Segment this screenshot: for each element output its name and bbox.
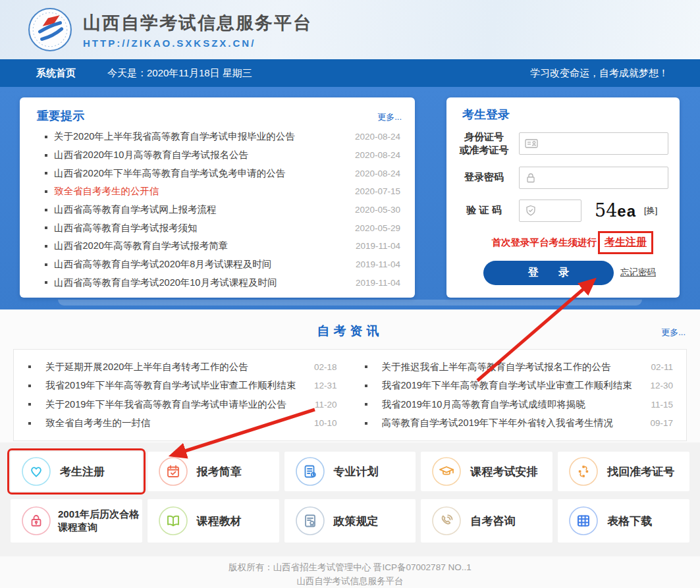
password-input[interactable] — [519, 167, 668, 189]
main-navbar: 系统首页 今天是：2020年11月18日 星期三 学习改变命运，自考成就梦想！ — [0, 59, 700, 87]
news-more-link[interactable]: 更多... — [661, 327, 686, 338]
news-date: 12-30 — [650, 381, 673, 390]
lock-icon — [21, 506, 51, 536]
notice-link[interactable]: 山西省2020年高等教育自学考试报考简章 — [54, 240, 349, 252]
table-icon — [568, 506, 599, 536]
notice-date: 2019-11-04 — [356, 278, 400, 288]
register-link[interactable]: 考生注册 — [598, 231, 653, 254]
news-link[interactable]: 关于2019年下半年我省高等教育自学考试申请毕业的公告 — [45, 398, 308, 411]
shortcut-find-ticket-number[interactable]: 找回准考证号 — [558, 452, 689, 491]
news-item: 我省2019年下半年高等教育自学考试毕业审查工作顺利结束 12-30 — [350, 379, 687, 392]
site-url: HTTP://ZIKAO.SXKSZX.CN/ — [83, 38, 312, 49]
notice-item: 山西省2020年10月高等教育自学考试报名公告 2020-08-24 — [20, 146, 415, 165]
notice-link[interactable]: 山西省高等教育自学考试网上报考流程 — [54, 203, 348, 216]
shortcut-label: 课程考试安排 — [470, 464, 537, 479]
notice-item: 山西省高等教育自学考试网上报考流程 2020-05-30 — [20, 201, 415, 219]
notice-item: 致全省自考考生的公开信 2020-07-15 — [20, 182, 415, 201]
shortcut-label: 自考咨询 — [470, 514, 515, 529]
shortcut-passed-courses-query[interactable]: 2001年后历次合格课程查询 — [11, 499, 142, 543]
notices-panel: 重要提示 更多... 关于2020年上半年我省高等教育自学考试申报毕业的公告 2… — [20, 97, 415, 298]
notice-link[interactable]: 山西省高等教育自学考试2020年10月考试课程及时间 — [54, 277, 349, 289]
shortcut-consult[interactable]: 自考咨询 — [421, 499, 552, 543]
notice-link[interactable]: 山西省2020年下半年高等教育自学考试免考申请的公告 — [54, 167, 348, 180]
captcha-input[interactable] — [519, 200, 581, 222]
bullet-icon — [45, 227, 47, 229]
site-footer: 版权所有：山西省招生考试管理中心 晋ICP备07002787 NO..1 山西自… — [0, 556, 700, 588]
password-label: 登录密码 — [454, 171, 514, 184]
news-item: 关于推迟我省上半年高等教育自学考试报名工作的公告 02-11 — [350, 361, 687, 373]
shortcut-label: 政策规定 — [334, 514, 379, 529]
notice-item: 山西省高等教育自学考试2020年8月考试课程及时间 2019-11-04 — [20, 255, 415, 274]
nav-date: 今天是：2020年11月18日 星期三 — [107, 67, 252, 80]
certificate-icon — [295, 506, 325, 536]
notice-link[interactable]: 关于2020年上半年我省高等教育自学考试申报毕业的公告 — [54, 130, 348, 143]
shortcut-label: 找回准考证号 — [607, 464, 674, 479]
flow-icon — [568, 456, 599, 487]
news-link[interactable]: 高等教育自学考试2019年下半年外省转入我省考生情况 — [382, 417, 644, 429]
notice-link-highlighted[interactable]: 致全省自考考生的公开信 — [54, 185, 348, 198]
id-input[interactable] — [519, 132, 668, 155]
phone-icon — [431, 506, 462, 536]
news-link[interactable]: 我省2019年下半年高等教育自学考试毕业审查工作顺利结束 — [382, 379, 644, 392]
login-actions: 登 录 忘记密码 — [446, 261, 680, 285]
news-title: 自考资讯 — [0, 309, 700, 340]
notice-item: 山西省高等教育自学考试2020年10月考试课程及时间 2019-11-04 — [20, 274, 415, 292]
id-label-line2: 或准考证号 — [460, 144, 509, 155]
platform-emblem-icon — [28, 7, 72, 52]
shortcut-course-textbooks[interactable]: 课程教材 — [148, 499, 279, 543]
page: 山西自学考试信息服务平台 HTTP://ZIKAO.SXKSZX.CN/ 系统首… — [0, 0, 700, 588]
lock-icon — [525, 172, 537, 184]
bullet-icon — [365, 422, 367, 425]
register-note: 首次登录平台考生须进行 — [492, 236, 597, 249]
news-column-right: 关于推迟我省上半年高等教育自学考试报名工作的公告 02-11 我省2019年下半… — [350, 358, 687, 433]
news-item: 关于延期开展2020年上半年自考转考工作的公告 02-18 — [14, 361, 350, 373]
notice-date: 2020-08-24 — [355, 132, 400, 142]
bullet-icon — [365, 365, 367, 368]
notice-date: 2020-05-29 — [355, 223, 400, 233]
news-link[interactable]: 关于推迟我省上半年高等教育自学考试报名工作的公告 — [382, 361, 645, 373]
shortcut-major-plan[interactable]: 专业计划 — [284, 452, 416, 491]
shortcut-register[interactable]: 考生注册 — [11, 452, 142, 491]
platform-name-line: 山西自学考试信息服务平台 — [0, 574, 700, 588]
notice-date: 2020-05-30 — [355, 205, 400, 215]
copyright-line: 版权所有：山西省招生考试管理中心 晋ICP备07002787 NO..1 — [0, 560, 700, 574]
bullet-icon — [45, 190, 47, 193]
nav-home-link[interactable]: 系统首页 — [36, 67, 76, 80]
news-column-left: 关于延期开展2020年上半年自考转考工作的公告 02-18 我省2019年下半年… — [14, 358, 350, 433]
notice-link[interactable]: 山西省高等教育自学考试2020年8月考试课程及时间 — [54, 258, 349, 271]
notice-date: 2019-11-04 — [356, 241, 400, 251]
bullet-icon — [45, 281, 47, 284]
calendar-icon — [158, 456, 188, 487]
news-link[interactable]: 我省2019年10月高等教育自学考试成绩即将揭晓 — [382, 398, 645, 411]
site-header: 山西自学考试信息服务平台 HTTP://ZIKAO.SXKSZX.CN/ — [0, 0, 700, 59]
shortcut-exam-schedule[interactable]: 课程考试安排 — [421, 452, 552, 491]
site-title: 山西自学考试信息服务平台 — [83, 11, 312, 35]
notice-link[interactable]: 山西省2020年10月高等教育自学考试报名公告 — [54, 149, 348, 161]
news-date: 11-15 — [651, 400, 673, 410]
notice-item: 山西省高等教育自学考试报考须知 2020-05-29 — [20, 219, 415, 237]
shortcut-form-download[interactable]: 表格下载 — [558, 499, 689, 543]
forgot-password-link[interactable]: 忘记密码 — [620, 267, 656, 279]
login-panel: 考生登录 身份证号 或准考证号 登录密码 — [446, 97, 680, 298]
news-link[interactable]: 我省2019年下半年高等教育自学考试毕业审查工作顺利结束 — [45, 379, 308, 392]
shortcut-exam-guide[interactable]: 报考简章 — [148, 452, 279, 491]
notice-item: 山西省2020年下半年高等教育自学考试免考申请的公告 2020-08-24 — [20, 164, 415, 182]
bullet-icon — [45, 209, 47, 211]
news-link[interactable]: 致全省自考考生的一封信 — [45, 417, 308, 429]
shortcut-label: 2001年后历次合格课程查询 — [58, 508, 142, 535]
login-button[interactable]: 登 录 — [483, 261, 614, 285]
captcha-text-part1: 54 — [595, 200, 617, 221]
news-link[interactable]: 关于延期开展2020年上半年自考转考工作的公告 — [45, 361, 308, 373]
bullet-icon — [45, 154, 47, 157]
nav-slogan: 学习改变命运，自考成就梦想！ — [530, 67, 668, 80]
graduation-cap-icon — [431, 456, 462, 487]
bullet-icon — [45, 172, 47, 174]
shortcut-policies[interactable]: 政策规定 — [284, 499, 416, 543]
notice-link[interactable]: 山西省高等教育自学考试报考须知 — [54, 222, 348, 234]
news-date: 02-11 — [651, 362, 673, 372]
captcha-row: 验 证 码 54ea [换] — [446, 200, 680, 222]
notices-more-link[interactable]: 更多... — [377, 111, 402, 123]
register-row: 首次登录平台考生须进行 考生注册 — [446, 231, 680, 254]
captcha-refresh-link[interactable]: [换] — [644, 205, 657, 217]
bullet-icon — [45, 245, 47, 248]
